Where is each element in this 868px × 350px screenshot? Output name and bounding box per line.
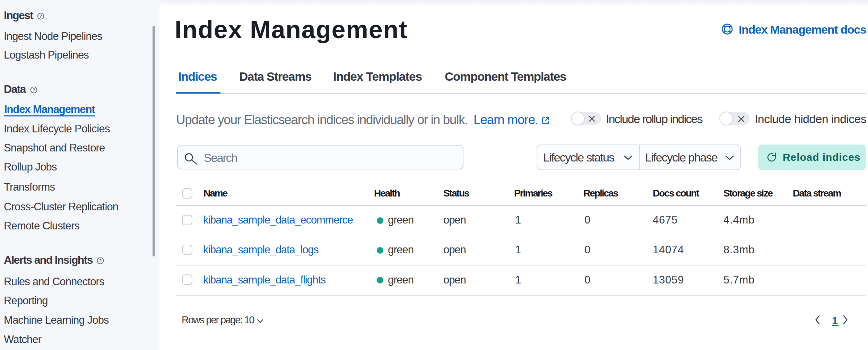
svg-text:?: ? [40, 14, 42, 19]
svg-text:?: ? [33, 87, 35, 93]
svg-text:?: ? [99, 258, 102, 263]
